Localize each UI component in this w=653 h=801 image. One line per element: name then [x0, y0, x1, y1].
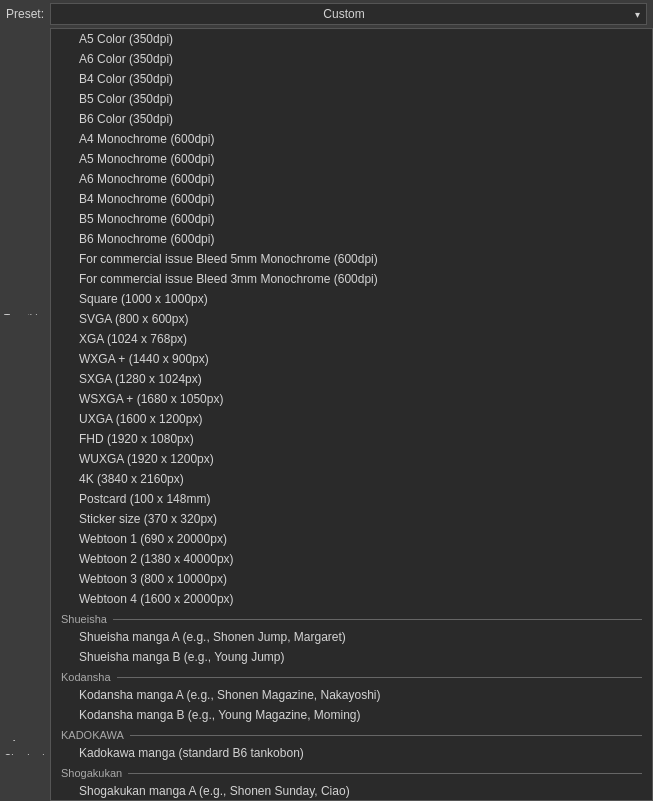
dropdown-item[interactable]: FHD (1920 x 1080px)	[51, 429, 652, 449]
dropdown-item[interactable]: SVGA (800 x 600px)	[51, 309, 652, 329]
dropdown-item[interactable]: Shueisha manga A (e.g., Shonen Jump, Mar…	[51, 627, 652, 647]
preset-dropdown[interactable]: Custom ▾	[50, 3, 647, 25]
dropdown-item[interactable]: A5 Monochrome (600dpi)	[51, 149, 652, 169]
dropdown-item[interactable]: A6 Monochrome (600dpi)	[51, 169, 652, 189]
left-panel-turn-this: Turn this with a se	[4, 311, 46, 315]
dropdown-item[interactable]: Webtoon 4 (1600 x 20000px)	[51, 589, 652, 609]
dropdown-item[interactable]: Webtoon 2 (1380 x 40000px)	[51, 549, 652, 569]
dropdown-item[interactable]: Shueisha manga B (e.g., Young Jump)	[51, 647, 652, 667]
left-panel: is Basic expi Paper col Template omic Se…	[0, 28, 50, 801]
dropdown-group-header: KADOKAWA	[51, 725, 652, 743]
preset-dropdown-value: Custom	[57, 7, 631, 21]
preset-label: Preset:	[6, 7, 44, 21]
dropdown-item[interactable]: Square (1000 x 1000px)	[51, 289, 652, 309]
dropdown-item[interactable]: Postcard (100 x 148mm)	[51, 489, 652, 509]
dropdown-item[interactable]: B4 Monochrome (600dpi)	[51, 189, 652, 209]
dropdown-group-header: Kodansha	[51, 667, 652, 685]
dropdown-item[interactable]: B6 Monochrome (600dpi)	[51, 229, 652, 249]
dropdown-item[interactable]: For commercial issue Bleed 3mm Monochrom…	[51, 269, 652, 289]
left-panel-paper-col: Paper col	[4, 220, 46, 224]
dropdown-item[interactable]: Kodansha manga B (e.g., Young Magazine, …	[51, 705, 652, 725]
dropdown-item[interactable]: A6 Color (350dpi)	[51, 49, 652, 69]
dropdown-group-header: Shogakukan	[51, 763, 652, 781]
dropdown-item[interactable]: Kodansha manga A (e.g., Shonen Magazine,…	[51, 685, 652, 705]
preset-dropdown-list[interactable]: A5 Color (350dpi)A6 Color (350dpi)B4 Col…	[50, 28, 653, 801]
dropdown-item[interactable]: For commercial issue Bleed 5mm Monochrom…	[51, 249, 652, 269]
chevron-down-icon: ▾	[635, 9, 640, 20]
dropdown-item[interactable]: Kadokawa manga (standard B6 tankobon)	[51, 743, 652, 763]
dropdown-item[interactable]: B4 Color (350dpi)	[51, 69, 652, 89]
left-panel-omic-setti: omic Setti	[4, 265, 46, 269]
left-panel-is: is	[4, 32, 46, 36]
dropdown-group-header: Shueisha	[51, 609, 652, 627]
dropdown-item[interactable]: UXGA (1600 x 1200px)	[51, 409, 652, 429]
dropdown-item[interactable]: B6 Color (350dpi)	[51, 109, 652, 129]
dropdown-item[interactable]: XGA (1024 x 768px)	[51, 329, 652, 349]
dropdown-item[interactable]: Shogakukan manga A (e.g., Shonen Sunday,…	[51, 781, 652, 801]
dropdown-item[interactable]: B5 Monochrome (600dpi)	[51, 209, 652, 229]
dropdown-item[interactable]: Sticker size (370 x 320px)	[51, 509, 652, 529]
dropdown-item[interactable]: WUXGA (1920 x 1200px)	[51, 449, 652, 469]
dropdown-item[interactable]: WSXGA + (1680 x 1050px)	[51, 389, 652, 409]
left-panel-template: Template	[4, 251, 46, 255]
dropdown-item[interactable]: B5 Color (350dpi)	[51, 89, 652, 109]
dropdown-item[interactable]: A4 Monochrome (600dpi)	[51, 129, 652, 149]
left-panel-g-for-fanzi: g for fanzi	[4, 737, 46, 741]
dropdown-item[interactable]: Webtoon 1 (690 x 20000px)	[51, 529, 652, 549]
left-panel-check-wi: Check wi	[4, 751, 46, 755]
preset-bar: Preset: Custom ▾	[0, 0, 653, 28]
dropdown-item[interactable]: SXGA (1280 x 1024px)	[51, 369, 652, 389]
left-panel-basic-exp: Basic expi	[4, 158, 46, 162]
dropdown-item[interactable]: A5 Color (350dpi)	[51, 29, 652, 49]
dropdown-item[interactable]: 4K (3840 x 2160px)	[51, 469, 652, 489]
dropdown-item[interactable]: WXGA + (1440 x 900px)	[51, 349, 652, 369]
dropdown-item[interactable]: Webtoon 3 (800 x 10000px)	[51, 569, 652, 589]
